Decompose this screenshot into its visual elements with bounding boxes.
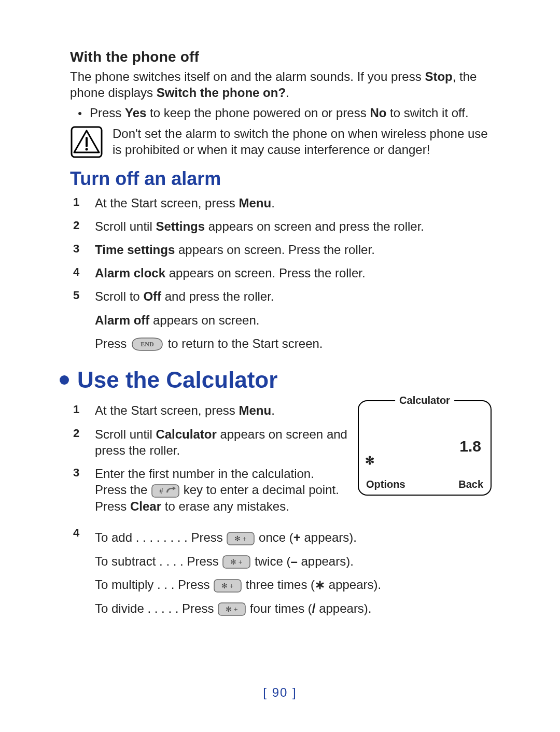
manual-page: With the phone off The phone switches it… [0, 0, 560, 732]
text: To multiply . . . Press [95, 578, 213, 592]
svg-text:✻ +: ✻ + [231, 558, 243, 566]
text-bold: ∗ [315, 578, 325, 592]
text: At the Start screen, press [95, 196, 239, 210]
text: Scroll until [95, 219, 156, 233]
text-bold: Menu [239, 196, 271, 210]
star-plus-key-icon: ✻ + [217, 602, 246, 616]
screen-value: 1.8 [459, 438, 481, 455]
text: Scroll until [95, 427, 156, 441]
text: . [271, 196, 275, 210]
text: . [271, 403, 275, 417]
text: appears on screen. [149, 313, 259, 327]
screen-back-label: Back [458, 478, 483, 490]
text: Scroll to [95, 289, 143, 303]
calculator-screen: Calculator 1.8 ✻ Options Back [358, 400, 493, 496]
warning-text: Don't set the alarm to switch the phone … [113, 125, 493, 158]
text-bold: Menu [239, 403, 271, 417]
svg-text:END: END [141, 341, 154, 348]
text: To divide . . . . . Press [95, 601, 217, 615]
heading-use-calculator: Use the Calculator [77, 367, 277, 393]
star-plus-key-icon: ✻ + [213, 579, 242, 593]
svg-rect-5 [152, 485, 179, 497]
hash-key-icon: # [151, 484, 180, 498]
text-bold: No [370, 106, 386, 120]
text: Enter the first number in the calculatio… [95, 467, 314, 481]
text: appears on screen. Press the roller. [175, 243, 375, 257]
text: . [286, 86, 289, 100]
step-item: Time settings appears on screen. Press t… [70, 242, 493, 258]
screen-star-icon: ✻ [365, 454, 374, 468]
bullet-item: • Press Yes to keep the phone powered on… [70, 105, 493, 121]
text-bold: Alarm clock [95, 266, 165, 280]
page-number: [ 90 ] [0, 685, 560, 700]
step-item: Scroll until Settings appears on screen … [70, 218, 493, 234]
svg-text:✻ +: ✻ + [221, 582, 234, 590]
screen-options-label: Options [366, 478, 405, 490]
steps-calculator: At the Start screen, press Menu. Scroll … [70, 402, 348, 514]
text-bold: Settings [156, 219, 205, 233]
text: appears). [325, 578, 381, 592]
text-bold: Stop [425, 69, 452, 83]
text: Press the [95, 483, 151, 497]
svg-text:✻ +: ✻ + [226, 606, 238, 613]
text: To add . . . . . . . . Press [95, 530, 226, 544]
end-key-icon: END [130, 337, 164, 351]
text: to erase any mistakes. [161, 499, 289, 513]
text: appears). [301, 530, 357, 544]
step-item: Scroll until Calculator appears on scree… [70, 426, 348, 458]
text-bold: Time settings [95, 243, 175, 257]
step-item: Enter the first number in the calculatio… [70, 466, 348, 514]
heading-use-calculator-row: Use the Calculator [60, 367, 493, 393]
heading-turn-off-alarm: Turn off an alarm [70, 168, 493, 190]
text: and press the roller. [161, 289, 274, 303]
star-plus-key-icon: ✻ + [222, 555, 251, 569]
text: appears on screen. Press the roller. [165, 266, 366, 280]
text-bold: Off [143, 289, 161, 303]
text: appears). [298, 554, 354, 568]
bullet-icon [60, 375, 69, 385]
text: three times ( [246, 578, 315, 592]
text: twice ( [255, 554, 290, 568]
step-item: Alarm clock appears on screen. Press the… [70, 265, 493, 281]
text-bold: – [290, 554, 297, 568]
text-bold: Switch the phone on? [157, 86, 286, 100]
text: appears on screen and press the roller. [205, 219, 424, 233]
svg-text:✻ +: ✻ + [235, 535, 247, 543]
text-bold: Calculator [156, 427, 216, 441]
text: to switch it off. [386, 106, 468, 120]
bullet-icon: • [70, 105, 90, 120]
text: four times ( [250, 601, 312, 615]
subheading-phone-off: With the phone off [70, 49, 493, 65]
warning-block: Don't set the alarm to switch the phone … [70, 125, 493, 159]
svg-point-3 [86, 148, 88, 150]
text: Press [90, 106, 125, 120]
screen-title: Calculator [395, 395, 454, 406]
text: to return to the Start screen. [168, 336, 323, 350]
text: At the Start screen, press [95, 403, 239, 417]
text-bold: Alarm off [95, 313, 149, 327]
text-bold: + [293, 530, 301, 544]
text: to keep the phone powered on or press [146, 106, 370, 120]
text: appears). [315, 601, 371, 615]
step-item: To add . . . . . . . . Press ✻ + once (+… [70, 526, 493, 620]
text-bold: Yes [125, 106, 146, 120]
text: Press [95, 336, 130, 350]
text: To subtract . . . . Press [95, 554, 222, 568]
svg-text:#: # [159, 487, 163, 495]
step-item: At the Start screen, press Menu. [70, 402, 348, 418]
steps-turn-off: At the Start screen, press Menu. Scroll … [70, 195, 493, 352]
steps-calculator-cont: To add . . . . . . . . Press ✻ + once (+… [70, 526, 493, 620]
phone-off-intro: The phone switches itself on and the ala… [70, 68, 493, 101]
text-bold: Clear [130, 499, 161, 513]
star-plus-key-icon: ✻ + [226, 531, 255, 546]
step-item: Scroll to Off and press the roller. Alar… [70, 288, 493, 351]
text: once ( [259, 530, 293, 544]
step-item: At the Start screen, press Menu. [70, 195, 493, 211]
text: The phone switches itself on and the ala… [70, 69, 425, 83]
warning-icon [70, 125, 103, 159]
